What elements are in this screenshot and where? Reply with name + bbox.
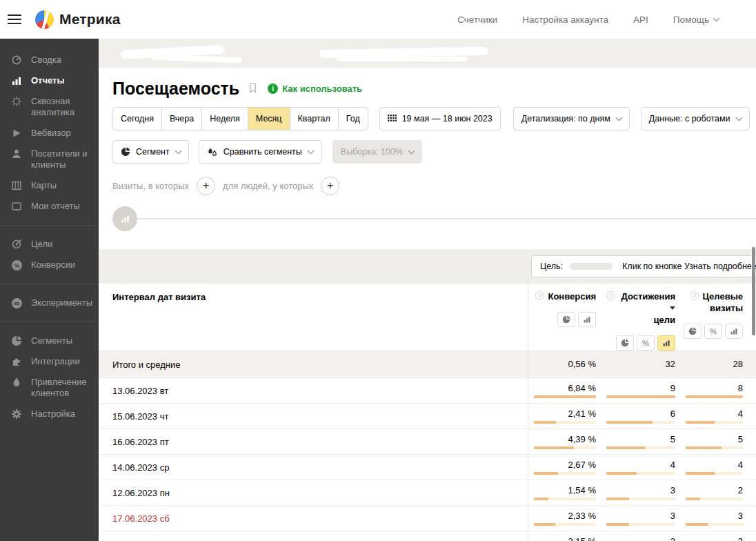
help-icon: ?: [606, 291, 615, 300]
metric-bar: [606, 395, 675, 398]
sidebar-divider: [0, 322, 99, 322]
play-icon: [10, 128, 23, 139]
sidebar-item-summary[interactable]: Сводка: [0, 50, 99, 70]
goal-value: Клик по кнопке Узнать подробнее на 1м э: [622, 262, 756, 271]
collapsed-chart-row: [99, 206, 756, 231]
table-header: Интервал дат визита ? Конверсия: [99, 284, 756, 351]
row-date: 14.06.2023 ср: [99, 455, 528, 480]
period-today-button[interactable]: Сегодня: [112, 107, 162, 130]
svg-text:ab: ab: [14, 300, 20, 306]
percent-view-toggle[interactable]: %: [637, 335, 655, 351]
app-root: Метрика Счетчики Настройка аккаунта API …: [0, 0, 756, 541]
browser-icon: [10, 201, 23, 212]
sidebar-item-client-acquisition[interactable]: Привлечение клиентов: [0, 372, 99, 404]
period-filter-row: Сегодня Вчера Неделя Месяц Квартал Год 1…: [99, 107, 756, 130]
column-header-target-visits[interactable]: ? Целевыевизиты: [690, 291, 743, 314]
how-to-use-link[interactable]: i Как использовать: [268, 83, 362, 94]
nav-counters[interactable]: Счетчики: [457, 14, 497, 25]
calendar-grid-icon: [388, 115, 397, 124]
table-row: 15.06.2023 чт 2,41 % 6 4: [99, 403, 756, 429]
metric-bar: [606, 498, 675, 500]
sidebar: Сводка Отчеты Сквозная аналитика Вебвизо…: [0, 39, 99, 541]
goal-band: Цель: Клик по кнопке Узнать подробнее на…: [99, 249, 756, 284]
top-header: Метрика Счетчики Настройка аккаунта API …: [0, 0, 756, 39]
date-range-button[interactable]: 19 мая — 18 июн 2023: [379, 107, 501, 130]
cell-value: 8: [686, 384, 743, 393]
sidebar-item-integrations[interactable]: Интеграции: [0, 351, 99, 372]
sidebar-item-goals[interactable]: Цели: [0, 234, 99, 255]
period-month-button[interactable]: Месяц: [248, 107, 290, 130]
sidebar-item-segments[interactable]: Сегменты: [0, 331, 99, 351]
metric-bar: [686, 446, 743, 449]
metrica-logo-icon: [35, 10, 54, 29]
bars-view-toggle[interactable]: [725, 324, 743, 339]
sidebar-item-webvisor[interactable]: Вебвизор: [0, 123, 99, 144]
column-header-conversion[interactable]: ? Конверсия: [535, 291, 596, 302]
conversion-view-toggles: [557, 312, 596, 327]
scrollbar-thumb[interactable]: [752, 247, 755, 335]
pie-icon: [10, 335, 23, 346]
cell-value: 2,67 %: [534, 460, 596, 470]
person-icon: [10, 148, 23, 159]
row-date: 17.06.2023 сб: [99, 506, 528, 531]
total-goal-achievements: 32: [606, 360, 675, 369]
cell-value: 2: [686, 537, 743, 541]
percent-view-toggle[interactable]: %: [704, 324, 722, 339]
pie-view-toggle[interactable]: [557, 312, 575, 327]
row-date: 15.06.2023 чт: [99, 404, 528, 429]
cell-value: 4,39 %: [534, 435, 596, 444]
data-robots-label: Данные: с роботами: [649, 114, 730, 124]
add-people-filter-button[interactable]: +: [321, 177, 339, 195]
data-robots-dropdown[interactable]: Данные: с роботами: [641, 107, 750, 130]
segment-dropdown[interactable]: Сегмент: [112, 140, 189, 164]
cell-value: 5: [606, 435, 675, 444]
column-header-goal-achievements[interactable]: ? Достиженияцели: [606, 291, 675, 326]
sidebar-item-my-reports[interactable]: Мои отчеты: [0, 196, 99, 217]
pie-view-toggle[interactable]: [616, 335, 634, 351]
period-yesterday-button[interactable]: Вчера: [161, 107, 202, 130]
sidebar-item-visitors[interactable]: Посетители и клиенты: [0, 144, 99, 175]
nav-help[interactable]: Помощь: [673, 14, 719, 25]
goal-label: Цель:: [540, 262, 563, 271]
percent-circle-icon: %: [10, 259, 23, 270]
sidebar-item-experiments[interactable]: ab Эксперименты: [0, 293, 99, 313]
sidebar-item-cross-analytics[interactable]: Сквозная аналитика: [0, 91, 99, 123]
metric-bar: [686, 395, 743, 398]
chevron-down-icon: [615, 115, 622, 121]
bookmark-icon[interactable]: [248, 82, 258, 97]
nav-api[interactable]: API: [633, 14, 648, 25]
period-year-button[interactable]: Год: [338, 107, 368, 130]
chevron-down-icon: [307, 148, 314, 155]
logo-text: Метрика: [59, 11, 121, 28]
nav-help-label: Помощь: [673, 14, 709, 25]
cell-value: 2,41 %: [534, 409, 596, 419]
detail-label: Детализация: по дням: [521, 114, 610, 124]
cell-value: 5: [686, 435, 743, 444]
menu-icon[interactable]: [8, 14, 21, 24]
people-filter-label: для людей, у которых: [223, 181, 313, 191]
bars-view-toggle[interactable]: [578, 312, 596, 327]
cell-value: 4: [606, 460, 675, 470]
metrica-logo[interactable]: Метрика: [35, 10, 121, 29]
bars-view-toggle[interactable]: [657, 335, 675, 351]
chart-toggle-button[interactable]: [112, 206, 137, 231]
period-quarter-button[interactable]: Квартал: [290, 107, 339, 130]
pie-view-toggle[interactable]: [684, 324, 702, 339]
sidebar-divider: [0, 225, 99, 226]
sidebar-item-reports[interactable]: Отчеты: [0, 70, 99, 91]
goal-select[interactable]: Цель: Клик по кнопке Узнать подробнее на…: [531, 255, 756, 277]
sidebar-item-conversions[interactable]: % Конверсии: [0, 255, 99, 275]
nav-account-settings[interactable]: Настройка аккаунта: [522, 14, 608, 25]
report-table: Интервал дат визита ? Конверсия: [99, 284, 756, 541]
add-visits-filter-button[interactable]: +: [197, 177, 215, 195]
sampling-dropdown[interactable]: Выборка: 100%: [332, 140, 422, 164]
detail-dropdown[interactable]: Детализация: по дням: [513, 107, 630, 130]
grid-icon: [10, 180, 23, 191]
target-visits-view-toggles: %: [684, 324, 743, 339]
sampling-label: Выборка: 100%: [341, 147, 403, 157]
sidebar-item-maps[interactable]: Карты: [0, 175, 99, 196]
table-row-weekend: 17.06.2023 сб 2,33 % 3 3: [99, 505, 756, 531]
period-week-button[interactable]: Неделя: [201, 107, 248, 130]
compare-segments-dropdown[interactable]: Сравнить сегменты: [199, 140, 321, 164]
sidebar-item-settings[interactable]: Настройка: [0, 404, 99, 424]
